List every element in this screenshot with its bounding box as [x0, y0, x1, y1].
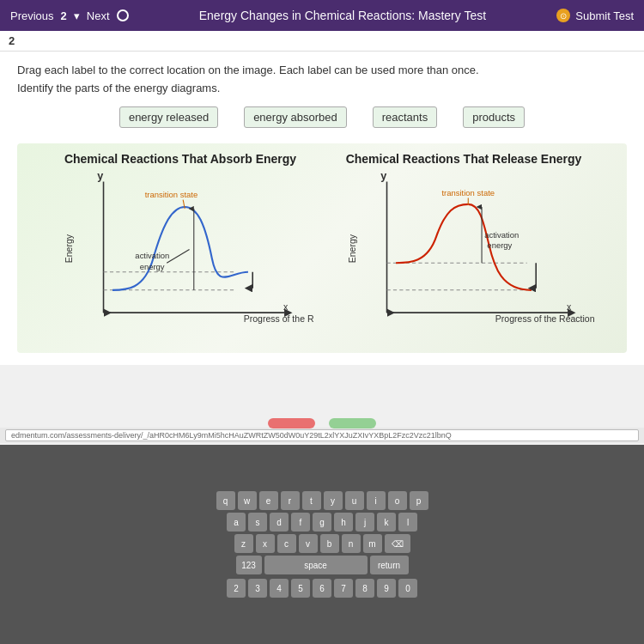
key-6[interactable]: 6	[313, 579, 331, 598]
nav-right: ⊙ Submit Test	[556, 9, 634, 22]
key-l[interactable]: l	[398, 513, 417, 532]
key-h[interactable]: h	[334, 513, 353, 532]
key-3[interactable]: 3	[248, 579, 267, 598]
submit-test-button[interactable]: Submit Test	[575, 9, 634, 22]
key-t[interactable]: t	[302, 491, 321, 510]
svg-text:x: x	[567, 301, 572, 312]
svg-text:y: y	[380, 173, 386, 182]
absorb-diagram-wrapper: y Energy transition state	[47, 173, 313, 344]
key-b[interactable]: b	[320, 534, 339, 553]
url-display[interactable]: edmentum.com/assessments-delivery/_/aHR0…	[5, 429, 639, 441]
diagrams-container: Chemical Reactions That Absorb Energy	[26, 152, 618, 344]
nav-bar: Previous 2 ▾ Next Energy Changes in Chem…	[0, 0, 644, 31]
key-0[interactable]: 0	[398, 579, 417, 598]
key-numbers[interactable]: 123	[236, 556, 262, 574]
label-energy-absorbed[interactable]: energy absorbed	[244, 106, 347, 128]
absorb-diagram-section: Chemical Reactions That Absorb Energy	[47, 152, 313, 344]
svg-text:Energy: Energy	[347, 234, 357, 263]
svg-text:x: x	[283, 301, 289, 312]
previous-button[interactable]: Previous	[10, 9, 54, 22]
svg-text:transition state: transition state	[145, 190, 198, 199]
release-diagram-title: Chemical Reactions That Release Energy	[331, 152, 597, 166]
labels-row: energy released energy absorbed reactant…	[17, 106, 627, 128]
next-circle-icon	[117, 9, 129, 21]
release-diagram-wrapper: y Energy transition state	[331, 173, 597, 344]
key-w[interactable]: w	[238, 491, 257, 510]
key-u[interactable]: u	[345, 491, 364, 510]
scroll-pills	[268, 418, 376, 428]
svg-text:activation: activation	[135, 251, 169, 260]
key-4[interactable]: 4	[270, 579, 289, 598]
key-k[interactable]: k	[377, 513, 396, 532]
key-5[interactable]: 5	[291, 579, 310, 598]
pill-red	[268, 418, 315, 428]
svg-text:energy: energy	[140, 262, 165, 271]
question-bar: 2	[0, 31, 644, 52]
key-e[interactable]: e	[259, 491, 278, 510]
key-7[interactable]: 7	[334, 579, 353, 598]
key-o[interactable]: o	[388, 491, 407, 510]
release-diagram-section: Chemical Reactions That Release Energy	[331, 152, 597, 344]
key-space[interactable]: space	[264, 556, 368, 574]
keyboard-row-1: q w e r t y u i o p	[0, 491, 644, 510]
submit-icon: ⊙	[556, 9, 570, 22]
release-diagram-svg: y Energy transition state	[331, 173, 597, 344]
key-g[interactable]: g	[313, 513, 331, 532]
key-j[interactable]: j	[355, 513, 374, 532]
next-button[interactable]: Next	[87, 9, 110, 22]
key-backspace[interactable]: ⌫	[385, 534, 410, 553]
key-a[interactable]: a	[227, 513, 246, 532]
key-return[interactable]: return	[370, 556, 409, 574]
key-n[interactable]: n	[342, 534, 361, 553]
svg-text:Progress of the Reaction: Progress of the Reaction	[244, 313, 313, 324]
label-products[interactable]: products	[463, 106, 525, 128]
label-energy-released[interactable]: energy released	[119, 106, 218, 128]
browser-address-bar: edmentum.com/assessments-delivery/_/aHR0…	[0, 428, 644, 443]
key-r[interactable]: r	[281, 491, 300, 510]
keyboard-row-4: 123 space return	[0, 556, 644, 574]
key-y[interactable]: y	[324, 491, 343, 510]
key-m[interactable]: m	[363, 534, 382, 553]
key-v[interactable]: v	[299, 534, 318, 553]
keyboard-row-3: z x c v b n m ⌫	[0, 534, 644, 553]
page-title: Energy Changes in Chemical Reactions: Ma…	[129, 9, 557, 22]
svg-text:activation: activation	[484, 230, 519, 240]
instruction-text: Drag each label to the correct location …	[17, 64, 627, 76]
question-number-display: 2	[61, 9, 67, 22]
key-p[interactable]: p	[410, 491, 428, 510]
keyboard-row-2: a s d f g h j k l	[0, 513, 644, 532]
svg-text:y: y	[97, 173, 103, 182]
key-d[interactable]: d	[270, 513, 289, 532]
key-x[interactable]: x	[256, 534, 275, 553]
label-reactants[interactable]: reactants	[373, 106, 437, 128]
diagrams-area: Chemical Reactions That Absorb Energy	[17, 143, 627, 353]
svg-text:Energy: Energy	[64, 234, 74, 263]
dropdown-icon[interactable]: ▾	[74, 9, 80, 22]
main-content: Drag each label to the correct location …	[0, 52, 644, 365]
keyboard-area: q w e r t y u i o p a s d f g h j k l z …	[0, 445, 644, 644]
question-number: 2	[9, 34, 15, 47]
key-8[interactable]: 8	[355, 579, 374, 598]
nav-left: Previous 2 ▾ Next	[10, 9, 129, 22]
svg-text:energy: energy	[487, 240, 512, 250]
svg-text:Progress of the Reaction: Progress of the Reaction	[495, 313, 595, 324]
key-c[interactable]: c	[277, 534, 296, 553]
key-i[interactable]: i	[367, 491, 386, 510]
key-f[interactable]: f	[291, 513, 310, 532]
absorb-diagram-title: Chemical Reactions That Absorb Energy	[47, 152, 313, 166]
key-2[interactable]: 2	[227, 579, 246, 598]
absorb-diagram-svg: y Energy transition state	[47, 173, 313, 344]
pill-green	[329, 418, 376, 428]
key-9[interactable]: 9	[377, 579, 396, 598]
key-s[interactable]: s	[248, 513, 267, 532]
svg-text:transition state: transition state	[441, 188, 495, 197]
identify-text: Identify the parts of the energy diagram…	[17, 82, 627, 94]
keyboard-number-row: 2 3 4 5 6 7 8 9 0	[0, 579, 644, 598]
key-z[interactable]: z	[234, 534, 253, 553]
svg-line-12	[167, 249, 189, 263]
key-q[interactable]: q	[216, 491, 235, 510]
